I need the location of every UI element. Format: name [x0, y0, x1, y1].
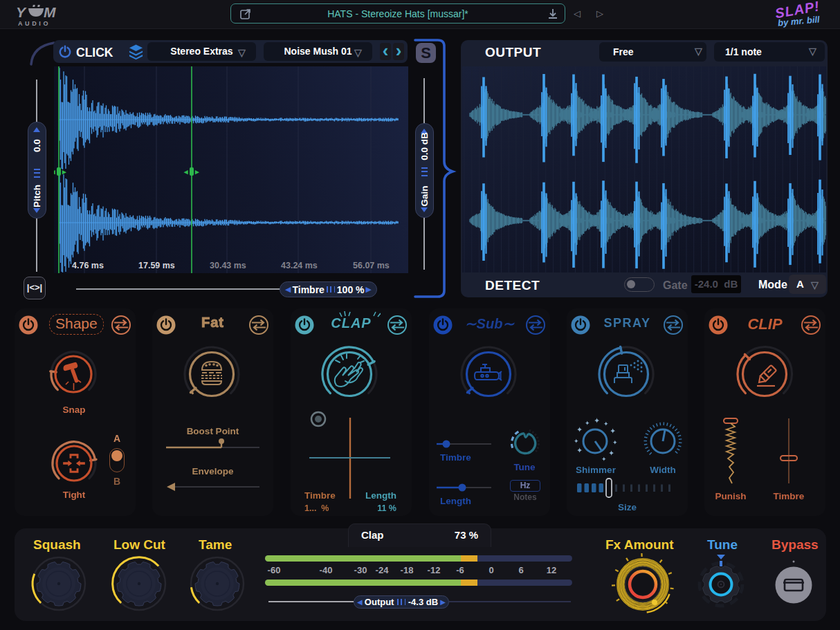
- svg-text:-12: -12: [428, 565, 441, 575]
- svg-text:✦: ✦: [612, 439, 618, 446]
- svg-text:-6: -6: [456, 565, 464, 575]
- svg-text:✦: ✦: [610, 427, 616, 435]
- svg-text:30.43 ms: 30.43 ms: [210, 261, 246, 270]
- svg-text:-60: -60: [268, 565, 281, 575]
- svg-text:✦: ✦: [574, 438, 579, 445]
- svg-text:4.76 ms: 4.76 ms: [72, 261, 104, 270]
- svg-text:56.07 ms: 56.07 ms: [353, 261, 390, 270]
- svg-text:✦: ✦: [576, 446, 583, 454]
- svg-text:0: 0: [489, 565, 493, 575]
- svg-text:-30: -30: [354, 565, 367, 575]
- svg-text:-40: -40: [320, 565, 333, 575]
- svg-text:✦: ✦: [601, 456, 607, 463]
- svg-text:-24: -24: [376, 565, 390, 575]
- svg-text:6: 6: [518, 565, 523, 575]
- svg-text:▸: ▸: [194, 167, 199, 176]
- svg-text:✦: ✦: [608, 449, 614, 457]
- svg-text:17.59 ms: 17.59 ms: [138, 261, 175, 270]
- svg-text:◂: ◂: [54, 167, 55, 176]
- svg-text:✦: ✦: [603, 420, 609, 427]
- svg-text:◂: ◂: [183, 167, 188, 176]
- svg-text:✦: ✦: [576, 425, 583, 434]
- svg-text:✦: ✦: [585, 420, 590, 427]
- svg-text:43.24 ms: 43.24 ms: [281, 261, 318, 270]
- svg-text:12: 12: [547, 565, 556, 575]
- svg-text:▸: ▸: [62, 167, 66, 176]
- svg-text:Y: Y: [16, 4, 27, 20]
- svg-text:AUDIO: AUDIO: [18, 20, 51, 27]
- svg-text:✦: ✦: [594, 417, 600, 425]
- svg-text:M: M: [44, 4, 56, 20]
- svg-text:-18: -18: [401, 565, 414, 575]
